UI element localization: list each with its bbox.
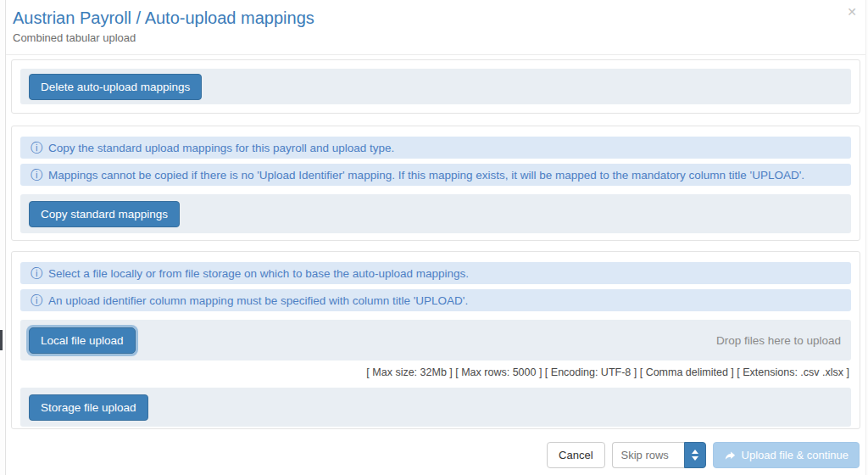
storage-upload-strip: Storage file upload <box>20 388 851 427</box>
note-text: Select a file locally or from file stora… <box>48 267 469 280</box>
drop-files-hint: Drop files here to upload <box>716 334 841 347</box>
forward-arrow-icon <box>724 450 736 461</box>
info-icon: ⓘ <box>31 294 42 306</box>
copy-standard-mappings-button[interactable]: Copy standard mappings <box>29 201 180 227</box>
cancel-button[interactable]: Cancel <box>547 442 604 468</box>
modal-header: Austrian Payroll / Auto-upload mappings … <box>6 0 865 55</box>
note-text: Copy the standard upload mappings for th… <box>48 142 394 154</box>
skip-rows-input[interactable] <box>612 442 684 468</box>
copy-mappings-note-2: ⓘ Mappings cannot be copied if there is … <box>20 164 851 186</box>
storage-file-upload-button[interactable]: Storage file upload <box>29 394 148 421</box>
note-text: Mappings cannot be copied if there is no… <box>48 169 804 182</box>
file-upload-note-1: ⓘ Select a file locally or from file sto… <box>20 262 851 284</box>
modal-title: Austrian Payroll / Auto-upload mappings <box>13 7 854 29</box>
upload-button-label: Upload file & continue <box>742 449 849 461</box>
modal-subtitle: Combined tabular upload <box>13 31 854 44</box>
modal-footer: Cancel Upload file & continue <box>547 442 860 468</box>
upload-file-continue-button[interactable]: Upload file & continue <box>713 442 860 468</box>
background-page-fragment <box>0 330 3 350</box>
info-icon: ⓘ <box>31 169 42 181</box>
delete-mappings-panel: Delete auto-upload mappings <box>11 59 860 114</box>
file-dropzone[interactable]: Local file upload Drop files here to upl… <box>20 320 851 360</box>
copy-mappings-strip: Copy standard mappings <box>20 194 851 233</box>
auto-upload-mappings-modal: Austrian Payroll / Auto-upload mappings … <box>5 0 866 475</box>
skip-rows-stepper[interactable] <box>684 442 706 468</box>
info-icon: ⓘ <box>31 142 42 154</box>
local-file-upload-button[interactable]: Local file upload <box>29 327 136 354</box>
copy-mappings-panel: ⓘ Copy the standard upload mappings for … <box>11 126 860 241</box>
file-upload-panel: ⓘ Select a file locally or from file sto… <box>11 251 860 429</box>
stepper-up-icon[interactable] <box>692 450 698 454</box>
close-icon[interactable]: ✕ <box>847 6 857 18</box>
copy-mappings-note-1: ⓘ Copy the standard upload mappings for … <box>20 137 851 159</box>
delete-auto-upload-mappings-button[interactable]: Delete auto-upload mappings <box>29 74 202 100</box>
delete-mappings-strip: Delete auto-upload mappings <box>20 69 851 104</box>
stepper-down-icon[interactable] <box>692 456 698 461</box>
upload-constraints: [ Max size: 32Mb ] [ Max rows: 5000 ] [ … <box>20 366 851 379</box>
skip-rows-group <box>612 442 706 468</box>
note-text: An upload identifier column mapping must… <box>48 294 468 307</box>
file-upload-note-2: ⓘ An upload identifier column mapping mu… <box>20 289 851 311</box>
info-icon: ⓘ <box>31 267 42 279</box>
